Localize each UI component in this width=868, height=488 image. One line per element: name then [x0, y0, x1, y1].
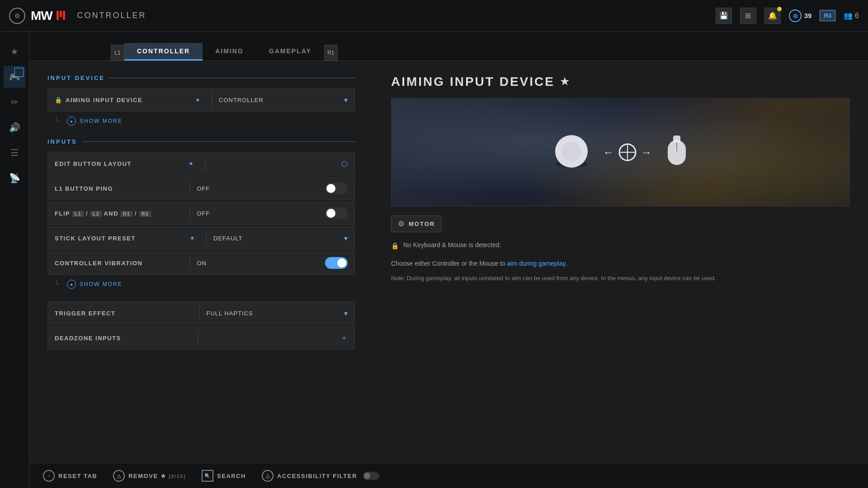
controller-vibration-row[interactable]: CONTROLLER VIBRATION ON [47, 251, 355, 275]
motor-gear-icon: ⚙ [398, 220, 405, 228]
flip-row[interactable]: FLIP L1 / L2 AND R1 / R2 OFF [47, 202, 355, 225]
notification-icon[interactable]: 🔔 [764, 8, 781, 24]
l1-button-ping-row[interactable]: L1 BUTTON PING OFF [47, 177, 355, 200]
logo-area: ⚙ MW CONTROLLER [9, 8, 146, 24]
remove-star-button-icon[interactable]: △ [113, 470, 125, 482]
page-title: CONTROLLER [77, 11, 146, 20]
reset-tab-action[interactable]: ○ RESET TAB [43, 470, 97, 482]
content-split: INPUT DEVICE 🔒 AIMING INPUT DEVICE ★ CON… [29, 61, 868, 488]
tab-next-button[interactable]: R1 [324, 45, 338, 61]
tab-gameplay[interactable]: GAMEPLAY [256, 43, 324, 61]
info-title-star: ★ [560, 76, 571, 88]
stick-layout-label: STICK LAYOUT PRESET [55, 235, 185, 242]
sidebar-badge [14, 68, 24, 77]
show-more-circle-icon2: ● [67, 280, 76, 289]
game-logo: MW [31, 9, 65, 23]
lock-icon-small: 🔒 [55, 97, 62, 103]
tab-prev-button[interactable]: L1 [111, 45, 124, 61]
sidebar-item-favorites[interactable]: ★ [4, 41, 25, 62]
mw-bars [57, 11, 65, 20]
bottom-bar: ○ RESET TAB △ REMOVE ★ [8/15] 🔍 SEARCH △… [29, 463, 868, 488]
trigger-effect-value: FULL HAPTICS [207, 310, 344, 317]
flip-value: OFF [197, 210, 326, 217]
flip-label: FLIP L1 / L2 AND R1 / R2 [55, 210, 183, 217]
remove-star-label: REMOVE ★ [8/15] [128, 473, 186, 479]
flip-toggle[interactable] [325, 207, 348, 219]
aiming-input-device-row[interactable]: 🔒 AIMING INPUT DEVICE ★ CONTROLLER ▾ [47, 88, 355, 112]
notif-dot [777, 7, 782, 11]
search-action[interactable]: 🔍 SEARCH [202, 470, 246, 482]
device-image: ← → [391, 98, 850, 206]
stick-layout-value: DEFAULT [213, 235, 344, 242]
remove-star-action[interactable]: △ REMOVE ★ [8/15] [113, 470, 186, 482]
stick-layout-star: ★ [190, 235, 195, 241]
search-label: SEARCH [217, 473, 246, 479]
controller-stick-graphic [553, 133, 590, 171]
motor-badge: ⚙ MOTOR [391, 216, 442, 232]
warning-lock-icon: 🔒 [391, 242, 399, 249]
bar2 [60, 11, 62, 17]
sidebar-item-edit[interactable]: ✏ [4, 91, 25, 113]
show-more-input-device[interactable]: └ ● SHOW MORE [47, 113, 355, 129]
info-title: AIMING INPUT DEVICE ★ [391, 75, 850, 89]
accessibility-toggle-knob [364, 473, 370, 479]
stick-layout-arrow: ▾ [344, 234, 348, 243]
friends-icon: 👥 [844, 11, 853, 20]
r3-badge[interactable]: R3 [820, 10, 835, 21]
arrow-right-icon: → [641, 146, 652, 159]
mouse-graphic [665, 133, 688, 171]
deadzone-inputs-row[interactable]: DEADZONE INPUTS ＋ [47, 326, 355, 350]
sidebar-item-audio[interactable]: 🔊 [4, 117, 25, 138]
accessibility-filter-action[interactable]: △ ACCESSIBILITY FILTER [262, 470, 379, 482]
vibration-label: CONTROLLER VIBRATION [55, 260, 183, 267]
vibration-toggle[interactable] [325, 257, 348, 269]
currency-icon: ◎ [789, 9, 802, 22]
divider2 [205, 157, 205, 170]
motor-label: MOTOR [409, 221, 435, 227]
edit-layout-star: ★ [189, 160, 193, 167]
search-button-icon[interactable]: 🔍 [202, 470, 213, 482]
accessibility-toggle[interactable] [363, 472, 379, 480]
sidebar-item-menu[interactable]: ☰ [4, 142, 25, 164]
accessibility-label: ACCESSIBILITY FILTER [277, 473, 357, 479]
edit-button-layout-row[interactable]: EDIT BUTTON LAYOUT ★ ⬡ [47, 152, 355, 175]
trigger-effect-label: TRIGGER EFFECT [55, 310, 193, 317]
show-more-label: SHOW MORE [80, 118, 123, 124]
tab-aiming[interactable]: AIMING [203, 43, 256, 61]
svg-rect-8 [673, 136, 680, 142]
l1-ping-label: L1 BUTTON PING [55, 185, 183, 192]
divider4 [190, 206, 190, 220]
l1-ping-toggle[interactable] [325, 183, 348, 194]
grid-icon[interactable]: ⊞ [740, 8, 756, 24]
friends-display[interactable]: 👥 6 [844, 11, 859, 20]
aiming-device-label: AIMING INPUT DEVICE [66, 97, 191, 103]
save-icon[interactable]: 💾 [716, 8, 732, 24]
stick-layout-row[interactable]: STICK LAYOUT PRESET ★ DEFAULT ▾ [47, 226, 355, 250]
bar3 [63, 11, 65, 20]
currency-amount: 39 [804, 12, 812, 19]
info-description: Choose either Controller or the Mouse to… [391, 258, 850, 268]
settings-icon[interactable]: ⚙ [9, 8, 25, 24]
reset-tab-button-icon[interactable]: ○ [43, 470, 55, 482]
indent-icon: └ [54, 117, 63, 125]
left-panel: INPUT DEVICE 🔒 AIMING INPUT DEVICE ★ CON… [29, 61, 373, 488]
show-more-inputs[interactable]: └ ● SHOW MORE [47, 276, 355, 292]
deadzone-arrow: ＋ [340, 333, 348, 343]
sidebar-item-controller[interactable]: 🎮 [4, 66, 25, 88]
tabs-bar: L1 CONTROLLER AIMING GAMEPLAY R1 [29, 32, 868, 61]
info-note: Note: During gameplay, all inputs unrela… [391, 274, 850, 283]
topbar-right: 💾 ⊞ 🔔 ◎ 39 R3 👥 6 [716, 8, 859, 24]
right-panel: AIMING INPUT DEVICE ★ [373, 61, 868, 488]
sidebar-item-network[interactable]: 📡 [4, 167, 25, 189]
info-warning: 🔒 No Keyboard & Mouse is detected. [391, 239, 850, 252]
accessibility-button-icon[interactable]: △ [262, 470, 274, 482]
divider6 [190, 256, 190, 270]
tab-controller[interactable]: CONTROLLER [124, 43, 203, 61]
trigger-effect-row[interactable]: TRIGGER EFFECT FULL HAPTICS ▾ [47, 301, 355, 325]
aiming-device-value: CONTROLLER [219, 97, 344, 103]
l1-ping-knob [326, 184, 335, 193]
aim-gameplay-link[interactable]: aim during gameplay [507, 260, 566, 267]
indent-icon2: └ [54, 280, 63, 288]
l1-ping-value: OFF [197, 185, 326, 192]
deadzone-label: DEADZONE INPUTS [55, 335, 191, 342]
